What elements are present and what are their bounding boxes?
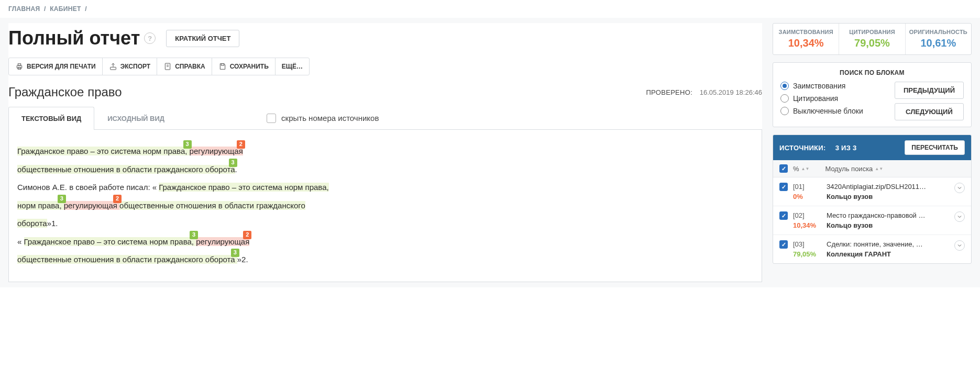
source-title[interactable]: 3420Antiplagiat.zip/DSLH2011… bbox=[827, 183, 949, 191]
source-tag-2[interactable]: 2 bbox=[237, 140, 245, 149]
svg-rect-1 bbox=[18, 64, 20, 65]
chevron-down-icon[interactable] bbox=[954, 211, 965, 222]
source-checkbox[interactable] bbox=[779, 183, 788, 191]
col-percent[interactable]: %▲▼ bbox=[793, 165, 809, 173]
source-checkbox[interactable] bbox=[779, 211, 788, 220]
prev-button[interactable]: ПРЕДЫДУЩИЙ bbox=[895, 82, 964, 99]
breadcrumb: ГЛАВНАЯ / КАБИНЕТ / bbox=[0, 0, 980, 18]
checkbox-icon bbox=[267, 114, 276, 123]
source-num: [01] bbox=[793, 183, 821, 191]
radio-borrow[interactable]: Заимствования bbox=[780, 82, 863, 90]
radio-cite[interactable]: Цитирования bbox=[780, 94, 863, 103]
highlight-cite[interactable]: Гражданское право – это система норм пра… bbox=[159, 183, 328, 192]
block-search-title: ПОИСК ПО БЛОКАМ bbox=[780, 69, 964, 76]
stat-borrow-value: 10,34% bbox=[775, 37, 836, 49]
stat-borrow: ЗАИМСТВОВАНИЯ 10,34% bbox=[773, 24, 839, 54]
recalc-button[interactable]: ПЕРЕСЧИТАТЬ bbox=[905, 140, 965, 155]
source-row: [03] 79,05% Сделки: понятие, значение, …… bbox=[773, 235, 971, 263]
source-pct: 0% bbox=[793, 193, 821, 200]
source-tag-3[interactable]: 3 bbox=[58, 195, 66, 203]
page-title-text: Полный отчет bbox=[8, 27, 140, 49]
highlight-borrow[interactable]: регулирующая 2 bbox=[190, 147, 243, 155]
tab-text-view[interactable]: ТЕКСТОВЫЙ ВИД bbox=[8, 107, 94, 130]
help-icon[interactable]: ? bbox=[144, 32, 156, 44]
radio-borrow-label: Заимствования bbox=[793, 82, 845, 90]
radio-disabled-label: Выключенные блоки bbox=[793, 107, 863, 115]
sources-head-count: 3 ИЗ 3 bbox=[835, 144, 857, 152]
document-title: Гражданское право bbox=[8, 85, 122, 99]
highlight-cite[interactable]: Гражданское право – это система норм пра… bbox=[24, 237, 196, 246]
radio-disabled[interactable]: Выключенные блоки bbox=[780, 107, 863, 115]
source-num: [03] bbox=[793, 240, 821, 248]
toolbar: ВЕРСИЯ ДЛЯ ПЕЧАТИ ЭКСПОРТ СПРАВКА СОХРАН… bbox=[8, 58, 310, 75]
hide-source-numbers-checkbox[interactable]: скрыть номера источников bbox=[267, 114, 379, 123]
highlight-cite[interactable]: общественные отношения в области граждан… bbox=[17, 255, 237, 264]
highlight-borrow[interactable]: регулирующая 2 bbox=[64, 201, 119, 210]
stat-cite-label: ЦИТИРОВАНИЯ bbox=[841, 29, 902, 35]
chevron-down-icon[interactable] bbox=[954, 183, 965, 193]
source-row: [01] 0% 3420Antiplagiat.zip/DSLH2011… Ко… bbox=[773, 177, 971, 206]
more-label: ЕЩЁ… bbox=[282, 63, 303, 70]
source-num: [02] bbox=[793, 211, 821, 219]
source-pct: 79,05% bbox=[793, 250, 821, 258]
checked-label: ПРОВЕРЕНО: bbox=[646, 88, 692, 96]
tab-source-view[interactable]: ИСХОДНЫЙ ВИД bbox=[94, 107, 178, 130]
highlight-cite[interactable]: норм права, 3 bbox=[17, 201, 64, 210]
source-tag-2[interactable]: 2 bbox=[243, 231, 251, 239]
checked-timestamp: ПРОВЕРЕНО: 16.05.2019 18:26:46 bbox=[646, 88, 762, 96]
hide-src-label: скрыть номера источников bbox=[281, 114, 379, 122]
stat-orig-label: ОРИГИНАЛЬНОСТЬ bbox=[908, 29, 969, 35]
help-button[interactable]: СПРАВКА bbox=[157, 58, 212, 75]
checked-ts: 16.05.2019 18:26:46 bbox=[700, 88, 762, 96]
source-title[interactable]: Место гражданско-правовой … bbox=[827, 211, 949, 219]
save-icon bbox=[218, 62, 227, 71]
source-row: [02] 10,34% Место гражданско-правовой … … bbox=[773, 206, 971, 235]
stat-orig: ОРИГИНАЛЬНОСТЬ 10,61% bbox=[906, 24, 971, 54]
stat-borrow-label: ЗАИМСТВОВАНИЯ bbox=[775, 29, 836, 35]
export-icon bbox=[109, 62, 117, 71]
sort-icon: ▲▼ bbox=[875, 167, 883, 170]
source-title[interactable]: Сделки: понятие, значение, … bbox=[827, 240, 949, 248]
highlight-cite[interactable]: общественные отношения в области граждан… bbox=[17, 165, 235, 174]
more-button[interactable]: ЕЩЁ… bbox=[276, 58, 309, 75]
breadcrumb-sep: / bbox=[44, 5, 46, 13]
print-label: ВЕРСИЯ ДЛЯ ПЕЧАТИ bbox=[27, 63, 96, 70]
source-tag-3[interactable]: 3 bbox=[183, 140, 192, 149]
help-label: СПРАВКА bbox=[175, 63, 205, 70]
export-label: ЭКСПОРТ bbox=[120, 63, 151, 70]
breadcrumb-home[interactable]: ГЛАВНАЯ bbox=[8, 5, 40, 13]
sources-head-label: ИСТОЧНИКИ: bbox=[779, 144, 826, 152]
breadcrumb-cabinet[interactable]: КАБИНЕТ bbox=[50, 5, 81, 13]
save-label: СОХРАНИТЬ bbox=[230, 63, 269, 70]
print-icon bbox=[15, 62, 24, 71]
text-body: Гражданское право – это система норм пра… bbox=[8, 130, 762, 282]
help-doc-icon bbox=[163, 62, 172, 71]
svg-rect-0 bbox=[17, 65, 21, 68]
next-button[interactable]: СЛЕДУЮЩИЙ bbox=[895, 103, 964, 120]
save-button[interactable]: СОХРАНИТЬ bbox=[212, 58, 276, 75]
highlight-borrow[interactable]: регулирующая 2 bbox=[196, 237, 249, 246]
source-checkbox[interactable] bbox=[779, 240, 788, 249]
breadcrumb-sep: / bbox=[85, 5, 87, 13]
highlight-cite[interactable]: общественные отношения в области граждан… bbox=[119, 201, 305, 210]
svg-rect-5 bbox=[221, 64, 224, 65]
sources-panel: ИСТОЧНИКИ: 3 ИЗ 3 ПЕРЕСЧИТАТЬ %▲▼ Модуль… bbox=[773, 135, 972, 264]
col-module[interactable]: Модуль поиска▲▼ bbox=[825, 165, 883, 173]
source-tag-3[interactable]: 3 bbox=[229, 159, 237, 167]
highlight-cite[interactable]: Гражданское право – это система норм пра… bbox=[17, 147, 190, 155]
sort-icon: ▲▼ bbox=[801, 167, 810, 170]
chevron-down-icon[interactable] bbox=[954, 240, 965, 251]
highlight-cite[interactable]: оборота bbox=[17, 219, 47, 228]
short-report-button[interactable]: КРАТКИЙ ОТЧЕТ bbox=[166, 30, 239, 47]
stat-cite: ЦИТИРОВАНИЯ 79,05% bbox=[839, 24, 905, 54]
source-tag-3[interactable]: 3 bbox=[190, 231, 198, 239]
select-all-checkbox[interactable] bbox=[779, 164, 788, 173]
radio-cite-label: Цитирования bbox=[793, 94, 838, 103]
source-pct: 10,34% bbox=[793, 221, 821, 229]
page-title: Полный отчет ? bbox=[8, 27, 156, 49]
source-tag-2[interactable]: 2 bbox=[113, 195, 122, 203]
print-button[interactable]: ВЕРСИЯ ДЛЯ ПЕЧАТИ bbox=[9, 58, 103, 75]
source-tag-3[interactable]: 3 bbox=[231, 249, 239, 257]
export-button[interactable]: ЭКСПОРТ bbox=[103, 58, 158, 75]
stat-cite-value: 79,05% bbox=[841, 37, 902, 49]
